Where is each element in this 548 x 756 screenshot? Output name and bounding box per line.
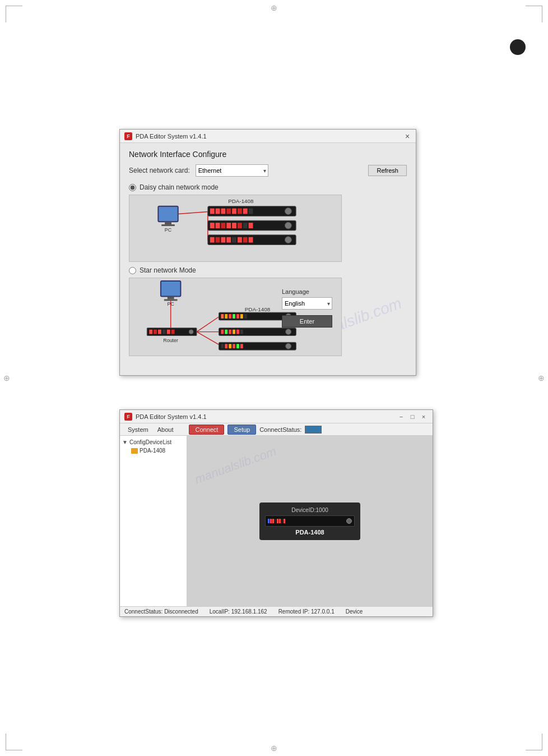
window2-body: System About Connect Setup ConnectStatus… [120, 423, 433, 616]
svg-rect-1 [165, 222, 171, 224]
svg-rect-77 [233, 344, 235, 348]
menu-system[interactable]: System [123, 426, 153, 433]
star-network-section: Star network Mode PC [129, 266, 407, 356]
svg-rect-58 [225, 314, 227, 319]
app-icon-2: F [124, 413, 132, 421]
minimize-button[interactable]: − [397, 412, 406, 421]
corner-mark-br [526, 734, 542, 750]
card-leds [268, 519, 345, 523]
page: ⊕ ⊕ ⊕ ⊕ F PDA Editor System v1.4.1 × man… [0, 0, 548, 756]
svg-line-52 [197, 317, 219, 332]
window2-controls: − □ × [397, 412, 428, 421]
center-cross-bottom: ⊕ [271, 744, 277, 753]
connect-status-label: ConnectStatus: [259, 426, 301, 433]
svg-rect-14 [243, 209, 248, 214]
title-bar-left-2: F PDA Editor System v1.4.1 [124, 413, 207, 421]
window1-heading: Network Interface Configure [129, 150, 407, 159]
svg-rect-11 [226, 209, 231, 214]
svg-rect-19 [216, 223, 220, 228]
status-remote-ip: Remoted IP: 127.0.0.1 [278, 609, 335, 615]
left-panel: ▼ ConfigDeviceList PDA-1408 [120, 436, 187, 606]
svg-rect-47 [162, 330, 166, 334]
network-card-label: Select network card: [129, 167, 190, 174]
svg-rect-33 [238, 237, 242, 243]
center-cross-left: ⊕ [3, 374, 10, 382]
close-button-1[interactable]: × [403, 132, 411, 140]
svg-rect-31 [226, 237, 231, 243]
card-led-7 [281, 519, 283, 523]
svg-rect-60 [233, 314, 235, 319]
device-id-label: DeviceID:1000 [291, 507, 328, 513]
card-led-6 [279, 519, 281, 523]
svg-rect-9 [216, 209, 220, 214]
language-select[interactable]: English Chinese Japanese [282, 297, 332, 310]
daisy-svg: PC [129, 195, 341, 261]
card-led-8 [284, 519, 285, 523]
enter-button[interactable]: Enter [282, 315, 332, 328]
daisy-chain-label: Daisy chain network mode [140, 183, 219, 191]
window2-title: PDA Editor System v1.4.1 [136, 413, 207, 420]
tree-child-label: PDA-1408 [140, 448, 165, 454]
svg-point-16 [285, 208, 292, 215]
svg-rect-48 [167, 330, 170, 334]
svg-rect-24 [243, 223, 248, 228]
svg-rect-28 [210, 237, 215, 243]
setup-button[interactable]: Setup [227, 425, 256, 435]
network-card-select[interactable]: Ethernet Wi-Fi [196, 164, 268, 177]
svg-rect-57 [221, 314, 224, 319]
svg-rect-12 [232, 209, 236, 214]
status-connect: ConnectStatus: Disconnected [124, 609, 198, 615]
svg-text:PDA-1408: PDA-1408 [245, 306, 271, 312]
svg-point-80 [286, 343, 291, 349]
svg-rect-18 [210, 223, 215, 228]
refresh-button[interactable]: Refresh [368, 165, 407, 176]
card-led-3 [272, 519, 274, 523]
card-led-5 [277, 519, 278, 523]
language-section: Language English Chinese Japanese Enter [282, 288, 332, 328]
svg-rect-13 [238, 209, 242, 214]
svg-rect-66 [221, 330, 224, 334]
svg-rect-40 [164, 299, 178, 301]
tree-root-item[interactable]: ▼ ConfigDeviceList [122, 438, 184, 446]
svg-rect-23 [238, 223, 242, 228]
svg-point-72 [286, 329, 291, 335]
svg-rect-68 [229, 330, 231, 334]
tree-arrow-icon: ▼ [122, 439, 128, 445]
svg-rect-22 [232, 223, 236, 228]
window1-body: manualslib.com Network Interface Configu… [120, 143, 416, 375]
card-led-2 [270, 519, 272, 523]
svg-rect-49 [171, 330, 175, 334]
star-network-radio[interactable] [129, 267, 136, 274]
star-network-diagram: PC Router [129, 278, 342, 356]
svg-rect-74 [221, 344, 224, 348]
watermark-2: manualslib.com [193, 444, 278, 487]
corner-mark-bl [6, 734, 22, 750]
corner-mark-tl [6, 6, 22, 22]
svg-rect-75 [225, 344, 227, 348]
window2: F PDA Editor System v1.4.1 − □ × System … [119, 409, 433, 617]
svg-rect-8 [210, 209, 215, 214]
corner-mark-tr [526, 6, 542, 22]
language-select-wrapper: English Chinese Japanese [282, 297, 332, 310]
svg-rect-45 [154, 330, 157, 334]
title-bar-left-1: F PDA Editor System v1.4.1 [124, 132, 207, 140]
network-card-select-wrapper: Ethernet Wi-Fi [196, 164, 268, 177]
svg-point-50 [189, 330, 193, 334]
menu-about[interactable]: About [153, 426, 178, 433]
maximize-button[interactable]: □ [408, 412, 417, 421]
connect-button[interactable]: Connect [189, 425, 224, 435]
svg-rect-61 [236, 314, 239, 319]
close-button-2[interactable]: × [419, 412, 428, 421]
svg-rect-34 [243, 237, 248, 243]
star-network-radio-label[interactable]: Star network Mode [129, 266, 407, 274]
svg-text:PDA-1408: PDA-1408 [228, 198, 254, 204]
daisy-chain-radio-label[interactable]: Daisy chain network mode [129, 183, 407, 191]
black-circle [510, 39, 526, 55]
svg-rect-32 [232, 237, 236, 243]
star-network-label: Star network Mode [140, 266, 196, 274]
network-card-row: Select network card: Ethernet Wi-Fi Refr… [129, 164, 407, 177]
title-bar-1: F PDA Editor System v1.4.1 × [120, 130, 416, 143]
svg-line-54 [197, 332, 219, 345]
tree-child-item[interactable]: PDA-1408 [131, 446, 184, 455]
daisy-chain-radio[interactable] [129, 184, 136, 191]
